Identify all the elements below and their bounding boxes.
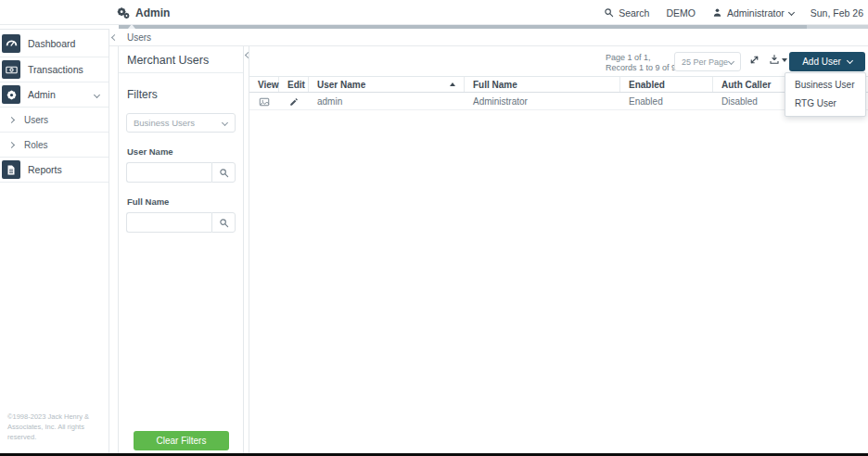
user-menu[interactable]: Administrator: [712, 7, 794, 19]
cell-full-name: Administrator: [465, 94, 620, 109]
search-icon: [219, 168, 229, 178]
app-window: Admin Search DEMO Administrator Sun, Feb…: [0, 0, 868, 456]
sidebar-subitem-label: Roles: [24, 140, 48, 150]
user-name-filter-group: [126, 162, 236, 183]
collapse-sidebar-icon[interactable]: [111, 34, 118, 41]
sidebar: Dashboard Transactions Admin Users Roles: [0, 29, 109, 453]
export-button[interactable]: [769, 54, 787, 65]
column-header-full-name[interactable]: Full Name: [465, 77, 620, 92]
column-header-enabled[interactable]: Enabled: [620, 77, 713, 92]
chevron-right-icon: [8, 141, 15, 147]
user-name-input[interactable]: [126, 162, 211, 183]
menu-item-business-user[interactable]: Business User: [785, 76, 865, 95]
column-header-view[interactable]: View: [249, 77, 279, 92]
sidebar-item-admin[interactable]: Admin: [0, 82, 108, 108]
per-page-select[interactable]: 25 Per Page: [674, 52, 741, 71]
search-icon: [604, 7, 614, 18]
sidebar-subitem-label: Users: [24, 115, 48, 125]
per-page-value: 25 Per Page: [682, 57, 728, 67]
download-icon: [769, 54, 780, 65]
image-icon: [259, 96, 270, 108]
chevron-down-icon: [222, 120, 228, 126]
breadcrumb-bar: Users: [109, 29, 868, 46]
filters-panel: Merchant Users Filters Business Users Us…: [118, 46, 244, 453]
view-user-button[interactable]: [249, 94, 279, 109]
chevron-down-icon: [728, 58, 734, 65]
table-row: admin Administrator Enabled Disabled: [249, 94, 868, 110]
panel-title: Merchant Users: [119, 46, 243, 73]
person-icon: [712, 7, 722, 18]
chevron-right-icon: [8, 116, 15, 122]
copyright-text: ©1998-2023 Jack Henry & Associates, Inc.…: [7, 412, 102, 443]
app-title-group: Admin: [117, 0, 170, 25]
chevron-down-icon: [847, 57, 853, 64]
search-label: Search: [619, 7, 649, 19]
user-menu-label: Administrator: [727, 7, 785, 19]
current-date: Sun, Feb 26: [811, 7, 863, 19]
chevron-down-icon: [788, 9, 795, 16]
sidebar-item-label: Transactions: [28, 64, 83, 75]
chevron-down-icon: [94, 91, 100, 97]
sidebar-item-reports[interactable]: Reports: [0, 158, 108, 183]
users-table-card: Page 1 of 1, Records 1 to 9 of 9 25 Per …: [249, 46, 868, 453]
speedometer-icon: [2, 34, 20, 53]
sidebar-item-label: Dashboard: [28, 38, 75, 49]
full-name-input[interactable]: [126, 212, 211, 233]
environment-label[interactable]: DEMO: [666, 7, 696, 19]
gears-icon: [2, 85, 20, 104]
menu-item-rtg-user[interactable]: RTG User: [785, 95, 865, 113]
full-name-label: Full Name: [127, 196, 243, 207]
sidebar-item-transactions[interactable]: Transactions: [0, 57, 108, 82]
add-user-button[interactable]: Add User: [789, 52, 865, 71]
table-header-row: View Edit User Name Full Name Enabled Au…: [249, 76, 868, 93]
money-icon: [2, 60, 20, 79]
full-name-search-button[interactable]: [211, 212, 236, 233]
sidebar-item-users[interactable]: Users: [0, 108, 108, 133]
pencil-icon: [289, 97, 299, 107]
sidebar-item-label: Reports: [28, 164, 62, 175]
column-header-user-name[interactable]: User Name: [309, 77, 465, 92]
search-icon: [219, 218, 229, 228]
filters-heading: Filters: [127, 88, 243, 101]
edit-user-button[interactable]: [279, 94, 309, 109]
sidebar-item-dashboard[interactable]: Dashboard: [0, 30, 108, 57]
search-button[interactable]: Search: [604, 7, 649, 19]
add-user-dropdown-menu: Business User RTG User: [785, 72, 866, 117]
sidebar-item-roles[interactable]: Roles: [0, 133, 108, 158]
document-icon: [2, 160, 20, 179]
user-type-value: Business Users: [134, 118, 195, 128]
topbar-actions: Search DEMO Administrator Sun, Feb 26: [604, 0, 863, 25]
user-name-label: User Name: [127, 146, 243, 157]
top-bar: Admin Search DEMO Administrator Sun, Feb…: [0, 0, 868, 25]
column-header-edit[interactable]: Edit: [279, 77, 309, 92]
sort-ascending-icon: [450, 82, 455, 86]
page-title: Admin: [135, 6, 170, 19]
gears-icon: [117, 6, 130, 19]
sidebar-item-label: Admin: [28, 89, 56, 100]
cell-user-name: admin: [309, 94, 465, 109]
add-user-label: Add User: [802, 57, 841, 67]
expand-diagonal-icon: [748, 54, 760, 66]
user-type-select[interactable]: Business Users: [126, 113, 236, 133]
cell-enabled: Enabled: [620, 94, 713, 109]
clear-filters-button[interactable]: Clear Filters: [134, 431, 229, 450]
full-name-filter-group: [126, 212, 236, 233]
breadcrumb[interactable]: Users: [127, 32, 151, 43]
expand-table-button[interactable]: [748, 54, 760, 66]
user-name-search-button[interactable]: [211, 162, 236, 183]
chevron-down-icon: [782, 58, 787, 62]
